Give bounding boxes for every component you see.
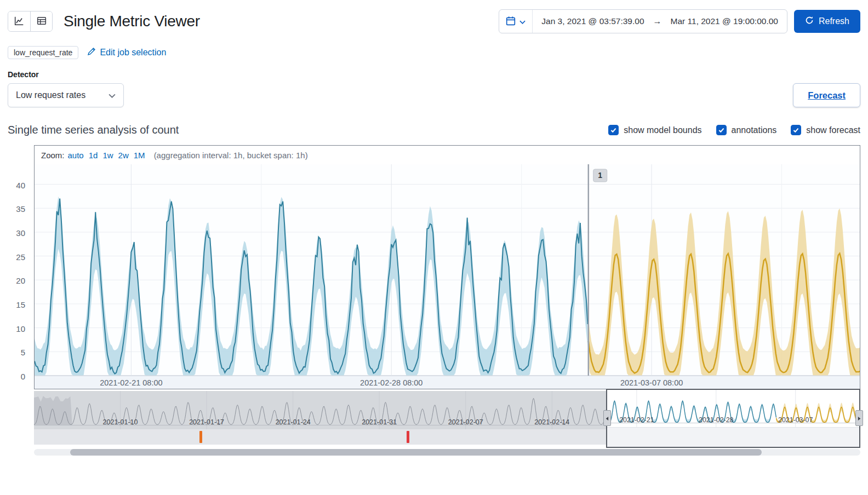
svg-text:2021-02-28: 2021-02-28 (699, 416, 733, 424)
top-bar: Single Metric Viewer Jan 3, 2021 @ 03:57… (8, 5, 860, 37)
y-axis-labels: 0510152025303540 (8, 165, 30, 377)
job-badge: low_request_rate (8, 46, 78, 59)
checkbox-check-icon (716, 125, 727, 135)
caret-right-icon (858, 413, 861, 423)
zoom-option-1d[interactable]: 1d (89, 151, 98, 160)
zoom-option-1w[interactable]: 1w (102, 151, 113, 160)
detector-selected-value: Low request rates (16, 90, 85, 100)
calendar-icon (506, 16, 516, 27)
nav-selection-window[interactable]: 2021-02-212021-02-282021-03-07 (606, 389, 860, 448)
series-title: Single time series analysis of count (8, 124, 179, 136)
main-chart-area: 0510152025303540 Zoom: auto 1d 1w 2w 1M … (34, 145, 860, 389)
date-range-picker: Jan 3, 2021 @ 03:57:39.00 → Mar 11, 2021… (499, 9, 787, 33)
svg-text:2021-01-24: 2021-01-24 (276, 418, 311, 426)
time-scrollbar (34, 449, 860, 456)
start-date-button[interactable]: Jan 3, 2021 @ 03:57:39.00 (533, 16, 653, 26)
svg-text:2021-02-14: 2021-02-14 (534, 418, 569, 426)
svg-text:2021-01-31: 2021-01-31 (362, 418, 397, 426)
chart-option-checkboxes: show model bounds annotations show forec… (608, 125, 860, 135)
scrollbar-handle[interactable] (70, 449, 762, 456)
select-chevron-down-icon (108, 90, 116, 100)
checkbox-check-icon (791, 125, 801, 135)
zoom-label: Zoom: (41, 151, 65, 160)
svg-text:2021-02-28 08:00: 2021-02-28 08:00 (360, 378, 422, 387)
zoom-option-1M[interactable]: 1M (134, 151, 145, 160)
nav-window-svg[interactable]: 2021-02-212021-02-282021-03-07 (607, 390, 859, 427)
nav-window-bottom (607, 427, 859, 447)
detector-section: Detector Low request rates Forecast (8, 70, 860, 107)
svg-text:2021-02-07: 2021-02-07 (448, 418, 483, 426)
navigator: 2021-01-102021-01-172021-01-242021-01-31… (34, 391, 860, 445)
refresh-icon (805, 16, 814, 27)
time-controls: Jan 3, 2021 @ 03:57:39.00 → Mar 11, 2021… (499, 9, 860, 33)
page-title: Single Metric Viewer (64, 13, 200, 30)
svg-text:2021-02-21: 2021-02-21 (620, 416, 654, 424)
refresh-label: Refresh (819, 16, 849, 26)
main-chart-svg[interactable]: 12021-02-21 08:002021-02-28 08:002021-03… (35, 164, 860, 389)
svg-text:2021-01-10: 2021-01-10 (103, 418, 138, 426)
forecast-button[interactable]: Forecast (793, 83, 860, 107)
main-chart-box: Zoom: auto 1d 1w 2w 1M (aggregation inte… (34, 145, 860, 389)
window-handle-right[interactable] (855, 410, 863, 426)
single-metric-viewer-page: Single Metric Viewer Jan 3, 2021 @ 03:57… (0, 0, 868, 495)
checkbox-show-forecast[interactable]: show forecast (791, 125, 860, 135)
zoom-option-2w[interactable]: 2w (118, 151, 129, 160)
pencil-icon (87, 47, 96, 58)
annotation-marker[interactable] (407, 431, 409, 443)
checkbox-label: annotations (732, 125, 777, 135)
window-handle-left[interactable] (603, 410, 611, 426)
annotation-marker[interactable] (199, 431, 202, 443)
aggregation-info: (aggregation interval: 1h, bucket span: … (154, 151, 308, 160)
chart-view-button[interactable] (8, 11, 30, 31)
svg-text:2021-01-17: 2021-01-17 (189, 418, 224, 426)
refresh-button[interactable]: Refresh (794, 10, 860, 33)
svg-text:2021-03-07: 2021-03-07 (778, 416, 813, 424)
checkbox-show-model-bounds[interactable]: show model bounds (608, 125, 701, 135)
checkbox-label: show forecast (806, 125, 860, 135)
zoom-option-auto[interactable]: auto (68, 151, 84, 160)
line-chart-icon (14, 16, 24, 27)
table-icon (37, 16, 47, 27)
detector-label: Detector (8, 70, 860, 79)
edit-job-selection-link[interactable]: Edit job selection (87, 47, 166, 58)
chevron-down-icon (519, 18, 526, 26)
edit-job-selection-label: Edit job selection (100, 48, 166, 57)
checkbox-check-icon (608, 125, 619, 135)
end-date-button[interactable]: Mar 11, 2021 @ 19:00:00.00 (662, 16, 787, 26)
detector-select[interactable]: Low request rates (8, 83, 124, 107)
svg-text:1: 1 (598, 171, 602, 180)
job-selection-row: low_request_rate Edit job selection (8, 46, 860, 59)
svg-text:2021-02-21 08:00: 2021-02-21 08:00 (100, 378, 162, 387)
series-header: Single time series analysis of count sho… (8, 124, 860, 136)
quick-select-menu-button[interactable] (499, 10, 533, 33)
caret-left-icon (606, 413, 609, 423)
svg-text:2021-03-07 08:00: 2021-03-07 08:00 (620, 378, 683, 387)
table-view-button[interactable] (30, 11, 52, 31)
view-toggle-group (8, 11, 53, 32)
checkbox-annotations[interactable]: annotations (716, 125, 777, 135)
date-range-arrow: → (653, 16, 662, 26)
checkbox-label: show model bounds (624, 125, 701, 135)
zoom-controls: Zoom: auto 1d 1w 2w 1M (aggregation inte… (35, 146, 860, 164)
